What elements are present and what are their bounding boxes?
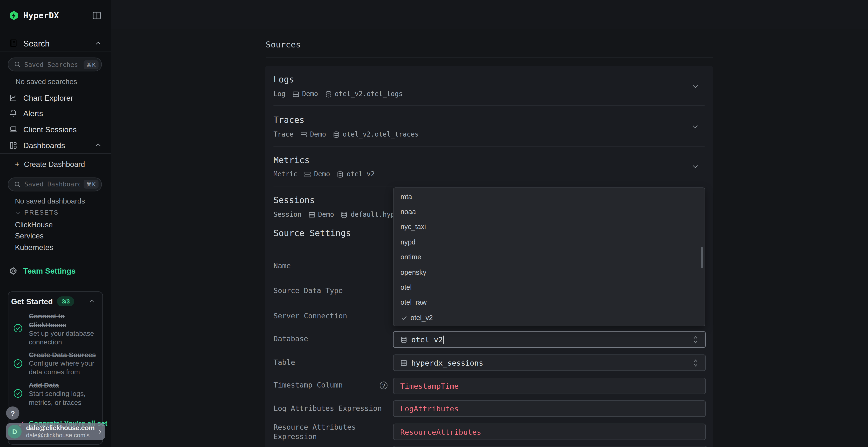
database-label: Database [273,335,308,344]
table-input[interactable]: hyperdx_sessions [393,354,706,371]
chevron-up-icon [89,298,95,305]
source-settings-title: Source Settings [273,228,351,238]
nav-label: Alerts [23,109,43,118]
search-icon [14,181,21,188]
team-settings-label: Team Settings [23,266,75,275]
card-divider [273,146,705,147]
dropdown-option[interactable]: mta [394,189,705,204]
database-icon [400,336,407,343]
collapse-sidebar-icon[interactable] [92,10,102,21]
dropdown-option[interactable]: ontime [394,250,705,265]
preset-item-clickhouse[interactable]: ClickHouse [15,220,53,229]
saved-searches-input[interactable]: Saved Searches ⌘K [8,58,102,71]
source-data-type-label: Source Data Type [273,286,343,296]
get-started-item-title: Create Data Sources [29,351,100,359]
get-started-item[interactable]: Create Data Sources Configure where your… [29,351,100,377]
timestamp-column-value: TimestampTime [400,381,459,390]
card-divider [273,105,705,106]
expand-metrics-icon[interactable] [691,163,699,170]
no-saved-searches-text: No saved searches [16,77,77,85]
dropdown-option-selected[interactable]: otel_v2 [394,310,705,325]
dropdown-scrollbar[interactable] [701,247,703,268]
dropdown-option[interactable]: noaa [394,204,705,219]
chevron-right-icon [96,428,103,435]
database-dropdown: mta noaa nyc_taxi nypd ontime opensky ot… [393,187,705,326]
option-label: mta [401,193,412,201]
hyperdx-logo-icon [9,10,19,21]
log-attributes-value: LogAttributes [400,404,459,413]
saved-dashboards-placeholder: Saved Dashboards [24,180,80,188]
log-attributes-input[interactable]: LogAttributes [393,400,706,417]
expand-logs-icon[interactable] [691,82,699,90]
resource-attributes-value: ResourceAttributes [400,427,481,436]
get-started-header[interactable]: Get Started 3/3 [11,296,95,307]
dropdown-option[interactable]: nypd [394,235,705,250]
database-input[interactable]: otel_v2 [393,331,706,348]
table-label: Table [273,358,295,367]
laptop-icon [9,125,18,134]
option-label: opensky [401,269,426,276]
table-icon [400,359,407,366]
expand-traces-icon[interactable] [691,123,699,131]
avatar: D [8,424,22,438]
create-dashboard-label: Create Dashboard [24,160,85,168]
stepper-icon[interactable] [692,335,699,343]
table-name: otel_v2.otel_logs [335,90,403,98]
preset-item-kubernetes[interactable]: Kubernetes [15,243,53,251]
next-input-partial [393,446,707,447]
connection-name: Demo [310,131,326,138]
server-icon [300,131,307,138]
get-started-item-desc: Configure where your data comes from [29,359,100,376]
help-button[interactable]: ? [6,406,19,419]
check-icon [401,314,407,321]
sidebar-item-team-settings[interactable]: Team Settings [9,266,76,275]
source-name: Metrics [273,156,310,165]
search-icon [14,61,21,68]
source-table: otel_v2 [337,170,375,178]
connection-name: Demo [314,170,330,178]
get-started-item-title: Connect to ClickHouse [29,312,100,330]
resource-attributes-input[interactable]: ResourceAttributes [393,423,706,440]
preset-item-services[interactable]: Services [15,232,44,240]
sidebar: HyperDX Search Saved Searches ⌘K No save… [0,0,111,447]
text-cursor [443,335,444,343]
sidebar-item-dashboards[interactable]: Dashboards [9,138,102,153]
resource-attributes-label: Resource Attributes Expression [273,423,368,441]
chevron-down-icon [15,209,21,215]
dropdown-option[interactable]: nyc_taxi [394,219,705,235]
server-icon [308,211,315,218]
sidebar-item-chart-explorer[interactable]: Chart Explorer [9,90,102,105]
database-icon [337,171,344,178]
saved-dashboards-input[interactable]: Saved Dashboards ⌘K [8,177,102,191]
source-name: Logs [273,75,294,84]
source-connection: Demo [304,170,330,178]
get-started-item[interactable]: Add Data Start sending logs, metrics, or… [29,381,100,407]
app-logo[interactable]: HyperDX [9,8,59,23]
option-label: nyc_taxi [401,223,426,231]
top-header [111,0,868,29]
create-dashboard-button[interactable]: + Create Dashboard [15,160,85,169]
name-label: Name [273,262,291,271]
source-table: otel_v2.otel_traces [333,131,419,138]
dropdown-option[interactable]: otel [394,280,705,295]
get-started-item[interactable]: Connect to ClickHouse Set up your databa… [29,312,100,347]
option-label: otel_v2 [410,314,433,322]
user-menu[interactable]: D dale@clickhouse.com dale@clickhouse.co… [6,423,105,440]
presets-toggle[interactable]: PRESETS [15,208,59,217]
avatar-initial: D [12,428,17,436]
connection-name: Demo [302,90,318,98]
app-name: HyperDX [23,10,59,21]
dashboards-icon [9,141,18,149]
database-icon [325,90,332,98]
dropdown-option[interactable]: opensky [394,265,705,280]
stepper-icon[interactable] [692,358,699,367]
help-circle-icon[interactable]: ? [380,381,388,389]
sidebar-section-search[interactable]: Search [9,35,102,51]
sidebar-item-client-sessions[interactable]: Client Sessions [9,122,102,137]
timestamp-column-input[interactable]: TimestampTime [393,377,706,394]
dropdown-option[interactable]: otel_raw [394,295,705,310]
table-value: hyperdx_sessions [411,358,484,367]
sidebar-item-alerts[interactable]: Alerts [9,106,102,121]
database-value: otel_v2 [411,335,443,344]
source-name: Sessions [273,195,315,205]
